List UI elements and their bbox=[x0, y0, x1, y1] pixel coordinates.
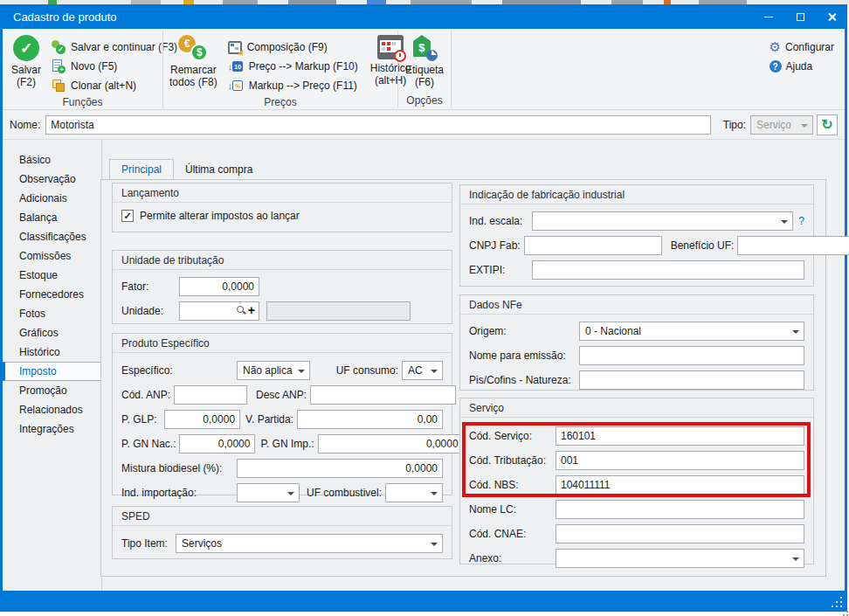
sidebar-item-historico[interactable]: Histórico bbox=[3, 343, 101, 362]
sidebar-item-classificacoes[interactable]: Classificações bbox=[3, 227, 101, 246]
desc-anp-input[interactable] bbox=[310, 385, 456, 405]
tipo-item-select[interactable]: Serviços bbox=[176, 534, 443, 553]
preco-markup-button[interactable]: ↓10 Preço --> Markup (F10) bbox=[224, 57, 362, 76]
nome-lc-label: Nome LC: bbox=[469, 503, 552, 516]
tab-principal[interactable]: Principal bbox=[109, 159, 174, 179]
markup-preco-button[interactable]: ↓% Markup --> Preço (F11) bbox=[224, 76, 362, 95]
nome-emissao-input[interactable] bbox=[579, 346, 804, 365]
close-button[interactable] bbox=[816, 4, 847, 29]
cnpj-fab-input[interactable] bbox=[524, 236, 662, 255]
ajuda-button[interactable]: ? Ajuda bbox=[770, 57, 813, 76]
composicao-button[interactable]: Composição (F9) bbox=[224, 38, 362, 57]
sidebar-item-estoque[interactable]: Estoque bbox=[3, 266, 101, 285]
save-check-icon: ✓ bbox=[13, 35, 39, 61]
cod-tributacao-input[interactable] bbox=[556, 451, 804, 470]
indicacao-fabricacao-title: Indicação de fabricação industrial bbox=[460, 185, 813, 204]
salvar-continuar-button[interactable]: ✓ Salvar e continuar (F3) bbox=[47, 38, 182, 57]
clonar-label: Clonar (alt+N) bbox=[71, 80, 136, 92]
p-gn-nac-input[interactable] bbox=[179, 434, 255, 453]
refresh-button[interactable]: ↻ bbox=[817, 114, 838, 135]
minimize-button[interactable] bbox=[753, 4, 784, 29]
resize-grip[interactable] bbox=[840, 606, 842, 607]
markup-preco-label: Markup --> Preço (F11) bbox=[249, 80, 357, 92]
cod-servico-input[interactable] bbox=[556, 426, 804, 446]
beneficio-uf-input[interactable] bbox=[737, 236, 849, 255]
cod-nbs-input[interactable] bbox=[556, 475, 804, 495]
plus-icon[interactable]: + bbox=[248, 303, 255, 317]
cod-cnae-input[interactable] bbox=[556, 524, 804, 543]
novo-button[interactable]: + Novo (F5) bbox=[47, 57, 182, 76]
etiqueta-button[interactable]: $ Etiqueta(F6) bbox=[403, 33, 446, 90]
permite-alterar-checkbox[interactable]: ✓ bbox=[121, 210, 134, 222]
especifico-select[interactable]: Não aplica bbox=[237, 361, 310, 380]
salvar-button[interactable]: ✓ Salvar(F2) bbox=[9, 33, 44, 90]
dropdown-arrow-icon bbox=[431, 492, 438, 499]
tipo-select[interactable]: Serviço bbox=[750, 115, 813, 135]
tipo-item-value: Serviços bbox=[182, 537, 222, 550]
fator-input[interactable] bbox=[179, 277, 259, 296]
unidade-tributacao-groupbox: Unidade de tributação Fator: Unidade: + bbox=[112, 250, 452, 324]
sidebar-item-adicionais[interactable]: Adicionais bbox=[3, 189, 101, 208]
calendar-clock-icon bbox=[377, 35, 404, 59]
sidebar-item-relacionados[interactable]: Relacionados bbox=[3, 400, 101, 419]
ribbon-group-precos: €$ Remarcartodos (F8) Composição (F9) ↓1… bbox=[163, 29, 397, 109]
ind-escala-select[interactable] bbox=[532, 211, 793, 231]
pis-cofins-natureza-input[interactable] bbox=[579, 370, 804, 390]
configurar-button[interactable]: ⚙ Configurar bbox=[770, 38, 834, 57]
produto-especifico-groupbox: Produto Específico Específico: Não aplic… bbox=[112, 333, 452, 495]
uf-consumo-select[interactable]: AC bbox=[402, 361, 443, 380]
ribbon-group-opcoes: $ Etiqueta(F6) Opções bbox=[398, 29, 451, 109]
cod-nbs-label: Cód. NBS: bbox=[469, 479, 552, 491]
sidebar-item-balanca[interactable]: Balança bbox=[3, 208, 101, 227]
anexo-label: Anexo: bbox=[469, 552, 552, 564]
group-label-opcoes: Opções bbox=[398, 93, 451, 109]
sidebar-item-comissoes[interactable]: Comissões bbox=[3, 246, 101, 266]
etiqueta-label-line2: (F6) bbox=[415, 76, 434, 88]
sidebar-item-basico[interactable]: Básico bbox=[3, 150, 101, 170]
p-gn-imp-input[interactable] bbox=[318, 434, 464, 453]
tipo-item-label: Tipo Item: bbox=[121, 537, 172, 550]
nome-lc-input[interactable] bbox=[556, 500, 804, 519]
ind-escala-help-link[interactable]: ? bbox=[798, 215, 804, 227]
coins-icon: €$ bbox=[178, 35, 208, 61]
markup-to-price-icon: ↓% bbox=[228, 80, 244, 92]
sidebar-item-fornecedores[interactable]: Fornecedores bbox=[3, 285, 101, 304]
remarcar-todos-button[interactable]: €$ Remarcartodos (F8) bbox=[167, 33, 220, 90]
ind-escala-label: Ind. escala: bbox=[469, 215, 528, 227]
search-icon[interactable] bbox=[237, 306, 244, 313]
sidebar-item-fotos[interactable]: Fotos bbox=[3, 304, 101, 323]
calculator-icon bbox=[228, 41, 242, 54]
cod-anp-input[interactable] bbox=[174, 385, 247, 405]
servico-title: Serviço bbox=[460, 398, 813, 418]
price-to-markup-icon: ↓10 bbox=[228, 60, 244, 73]
name-row: Nome: Tipo: Serviço ↻ bbox=[3, 110, 845, 140]
sidebar-item-graficos[interactable]: Gráficos bbox=[3, 323, 101, 343]
salvar-label-line1: Salvar bbox=[11, 64, 41, 76]
maximize-button[interactable] bbox=[784, 4, 816, 29]
mistura-biodiesel-input[interactable] bbox=[237, 459, 443, 478]
configurar-label: Configurar bbox=[785, 41, 834, 53]
anexo-select[interactable] bbox=[556, 549, 804, 568]
origem-select[interactable]: 0 - Nacional bbox=[579, 322, 804, 341]
sidebar-item-integracoes[interactable]: Integrações bbox=[3, 419, 101, 439]
gear-icon: ⚙ bbox=[770, 39, 781, 55]
price-tag-icon: $ bbox=[411, 35, 438, 61]
extipi-input[interactable] bbox=[532, 260, 804, 280]
sidebar-item-promocao[interactable]: Promoção bbox=[3, 381, 101, 400]
sped-title: SPED bbox=[113, 507, 452, 526]
uf-combustivel-select[interactable] bbox=[385, 483, 443, 502]
origem-value: 0 - Nacional bbox=[585, 325, 641, 337]
p-glp-input[interactable] bbox=[164, 410, 240, 429]
ind-importacao-select[interactable] bbox=[237, 483, 300, 502]
clonar-button[interactable]: Clonar (alt+N) bbox=[47, 76, 182, 95]
uf-consumo-value: AC bbox=[408, 364, 423, 377]
sidebar-item-observacao[interactable]: Observação bbox=[3, 170, 101, 189]
v-partida-input[interactable] bbox=[297, 410, 443, 429]
nome-input[interactable] bbox=[45, 115, 710, 135]
dropdown-arrow-icon bbox=[298, 370, 305, 377]
salvar-label-line2: (F2) bbox=[17, 76, 36, 88]
dados-nfe-groupbox: Dados NFe Origem: 0 - Nacional Nome para… bbox=[459, 294, 814, 391]
tab-ultima-compra[interactable]: Última compra bbox=[174, 159, 264, 179]
sidebar-item-imposto[interactable]: Imposto bbox=[3, 362, 102, 381]
especifico-label: Específico: bbox=[121, 364, 233, 377]
